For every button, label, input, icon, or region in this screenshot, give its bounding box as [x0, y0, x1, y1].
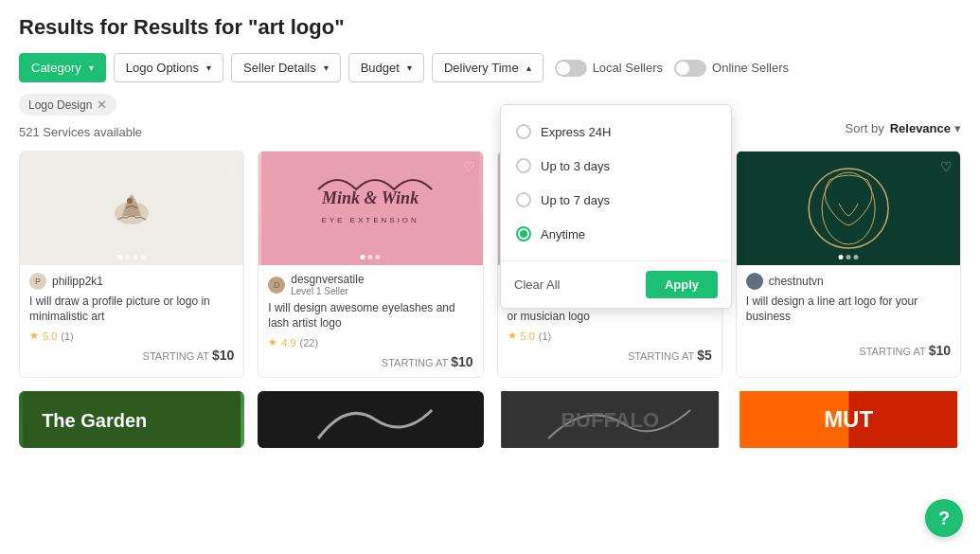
dropdown-footer: Clear All Apply — [501, 261, 731, 308]
starting-at-label: STARTING AT — [143, 350, 209, 362]
card-description: I will design a line art logo for your b… — [746, 295, 951, 324]
card-body: D desgnversatile Level 1 Seller I will d… — [258, 265, 482, 377]
seller-info: C chestnutvn — [746, 273, 951, 290]
heart-icon[interactable]: ♡ — [223, 159, 236, 174]
delivery-time-dropdown: Express 24H Up to 3 days Up to 7 days An… — [500, 104, 732, 309]
svg-text:MUT: MUT — [824, 406, 873, 432]
rating-count: (1) — [61, 331, 73, 342]
card-dots — [118, 255, 146, 259]
chevron-down-icon: ▾ — [954, 121, 961, 135]
seller-info: P philipp2k1 — [29, 273, 234, 290]
price-value: $5 — [697, 348, 712, 363]
toggle-knob — [676, 62, 689, 75]
card-price: STARTING AT $10 — [29, 348, 234, 363]
starting-at-label: STARTING AT — [859, 346, 925, 357]
dark-thumbnail — [258, 391, 483, 448]
radio-circle — [516, 192, 531, 207]
heart-icon[interactable]: ♡ — [940, 159, 953, 174]
card-rating: ★ 5.0 (1) — [29, 330, 234, 342]
second-row-card — [258, 391, 483, 448]
up-to-7-days-option[interactable]: Up to 7 days — [501, 183, 731, 217]
card-thumbnail: Mink & Wink EYE EXTENSION ♡ — [258, 152, 482, 265]
card-body: P philipp2k1 I will draw a profile pictu… — [20, 265, 243, 370]
second-row-card: The Garden — [19, 391, 244, 448]
second-cards-row: The Garden BUFFALO MUT — [19, 391, 961, 448]
page-container: Results for Results for "art logo" Categ… — [0, 0, 980, 554]
seller-info: D desgnversatile Level 1 Seller — [268, 273, 472, 296]
card-thumbnail: ♡ — [20, 152, 243, 265]
colorful-thumbnail: MUT — [736, 391, 961, 448]
local-sellers-toggle[interactable] — [555, 60, 587, 77]
budget-filter-button[interactable]: Budget ▾ — [348, 53, 424, 82]
apply-button[interactable]: Apply — [646, 271, 718, 298]
buffalo-thumbnail: BUFFALO — [497, 391, 722, 448]
remove-tag-button[interactable]: ✕ — [97, 98, 107, 112]
page-title: Results for Results for "art logo" — [19, 15, 961, 40]
card-price: STARTING AT $10 — [746, 343, 951, 358]
sort-control: Sort by Relevance ▾ — [845, 121, 961, 135]
seller-name: philipp2k1 — [52, 275, 103, 288]
price-value: $10 — [212, 348, 234, 363]
card-description: I will design awesome eyelashes and lash… — [268, 301, 472, 331]
radio-circle-checked — [516, 226, 531, 241]
logo-design-tag: Logo Design ✕ — [19, 94, 116, 116]
rating-placeholder — [746, 330, 951, 343]
radio-circle — [516, 158, 531, 173]
online-sellers-label: Online Sellers — [712, 61, 789, 75]
service-card: Mink & Wink EYE EXTENSION ♡ D desgnversa… — [258, 151, 483, 378]
rating-count: (22) — [300, 337, 319, 348]
garden-thumbnail: The Garden — [19, 391, 244, 448]
card-body: C chestnutvn I will design a line art lo… — [737, 265, 960, 366]
card-image-lash: Mink & Wink EYE EXTENSION — [258, 152, 482, 265]
results-count: 521 Services available — [19, 125, 961, 139]
up-to-7-days-label: Up to 7 days — [541, 193, 610, 207]
card-rating: ★ 4.9 (22) — [268, 336, 472, 348]
svg-rect-2 — [261, 152, 479, 265]
online-sellers-toggle[interactable] — [674, 60, 706, 77]
local-sellers-label: Local Sellers — [593, 61, 663, 75]
up-to-3-days-label: Up to 3 days — [541, 159, 610, 173]
avatar: P — [29, 273, 46, 290]
svg-text:EYE EXTENSION: EYE EXTENSION — [322, 216, 419, 224]
card-price: STARTING AT $10 — [268, 354, 472, 369]
help-button[interactable]: ? — [925, 499, 963, 537]
anytime-option[interactable]: Anytime — [501, 217, 731, 251]
chevron-down-icon: ▾ — [89, 63, 94, 73]
local-sellers-toggle-group: Local Sellers — [555, 60, 663, 77]
second-row-card: MUT — [736, 391, 961, 448]
chevron-down-icon: ▾ — [206, 63, 211, 73]
anytime-label: Anytime — [541, 227, 585, 241]
star-icon: ★ — [268, 336, 277, 348]
chevron-down-icon: ▾ — [407, 63, 412, 73]
svg-rect-12 — [261, 391, 479, 448]
category-filter-button[interactable]: Category ▾ — [19, 53, 106, 82]
delivery-time-filter-button[interactable]: Delivery Time ▴ — [432, 53, 543, 82]
avatar: C — [746, 273, 763, 290]
logo-options-filter-button[interactable]: Logo Options ▾ — [114, 53, 223, 82]
svg-text:The Garden: The Garden — [42, 410, 147, 431]
service-card: ♡ C chestnutvn I will design a line art … — [736, 151, 961, 378]
up-to-3-days-option[interactable]: Up to 3 days — [501, 149, 731, 183]
card-dots — [838, 255, 858, 259]
card-description: I will draw a profile picture or logo in… — [29, 295, 234, 324]
card-image-art — [103, 180, 160, 237]
starting-at-label: STARTING AT — [628, 350, 694, 362]
seller-name: chestnutvn — [769, 275, 824, 288]
seller-name: desgnversatile — [291, 273, 364, 286]
heart-icon[interactable]: ♡ — [463, 159, 475, 174]
radio-circle — [516, 124, 531, 139]
dropdown-options-list: Express 24H Up to 3 days Up to 7 days An… — [501, 105, 731, 260]
svg-text:Mink & Wink: Mink & Wink — [321, 188, 419, 207]
rating-value: 5.0 — [43, 331, 57, 342]
seller-details-filter-button[interactable]: Seller Details ▾ — [231, 53, 341, 82]
sort-prefix: Sort by — [845, 121, 883, 135]
clear-all-button[interactable]: Clear All — [514, 277, 560, 292]
seller-level-badge: Level 1 Seller — [291, 286, 364, 296]
service-card: ♡ P philipp2k1 I will draw a profile pic… — [19, 151, 244, 378]
cards-grid: ♡ P philipp2k1 I will draw a profile pic… — [19, 151, 961, 378]
starting-at-label: STARTING AT — [382, 357, 448, 368]
price-value: $10 — [451, 354, 472, 369]
sort-button[interactable]: Relevance ▾ — [890, 121, 961, 135]
express-24h-option[interactable]: Express 24H — [501, 115, 731, 149]
second-row-card: BUFFALO — [497, 391, 722, 448]
